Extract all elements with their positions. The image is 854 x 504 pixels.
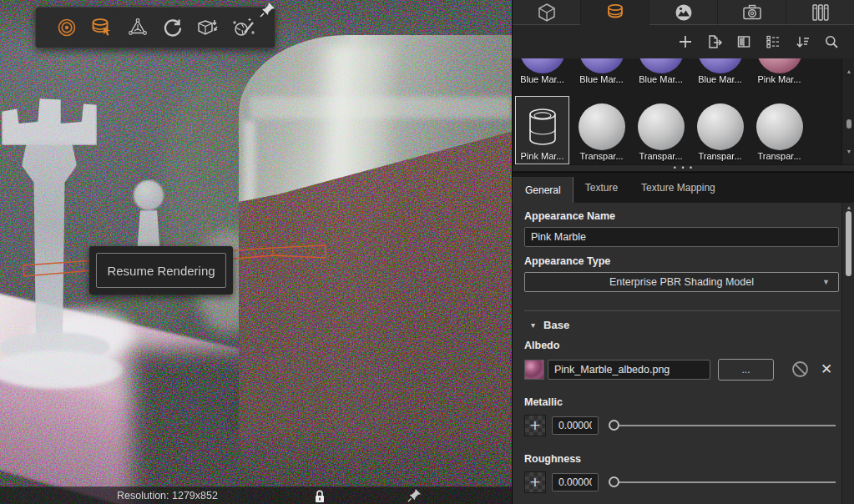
scene-blurred-piece xyxy=(392,46,512,221)
slider-handle[interactable] xyxy=(609,420,619,431)
roughness-value-input[interactable] xyxy=(552,473,599,491)
scene-marble-tray-top xyxy=(0,288,244,431)
scene-dark-floor xyxy=(132,349,291,504)
scroll-up-icon[interactable]: ▲ xyxy=(842,68,854,74)
sort-icon[interactable] xyxy=(794,33,811,50)
slider-track xyxy=(615,425,836,426)
library-scrollbar[interactable]: ▲ ▼ xyxy=(841,58,854,164)
material-tile[interactable]: Transpar... xyxy=(631,95,690,164)
material-tile[interactable]: Transpar... xyxy=(690,95,750,164)
appearance-type-dropdown[interactable]: Enterprise PBR Shading Model ▼ xyxy=(524,272,839,292)
panel-splitter-handle[interactable]: • • • xyxy=(513,164,854,172)
material-tile[interactable]: Blue Mar... xyxy=(513,58,572,87)
roughness-row: + xyxy=(524,471,843,494)
material-label: Transpar... xyxy=(639,150,682,162)
disable-texture-icon[interactable] xyxy=(791,360,809,378)
material-tile[interactable]: Transpar... xyxy=(750,95,809,164)
material-label: Blue Mar... xyxy=(639,73,683,85)
move-tool-icon[interactable] xyxy=(125,15,150,40)
metallic-value-input[interactable] xyxy=(552,416,599,435)
albedo-row: ... ✕ xyxy=(524,358,843,381)
paint-bucket-icon xyxy=(604,2,626,23)
appearance-name-input[interactable] xyxy=(524,227,839,247)
albedo-texture-thumbnail[interactable] xyxy=(524,360,544,380)
scene-marble-tray-front xyxy=(0,357,265,504)
paint-apply-tool-icon[interactable] xyxy=(89,15,114,40)
environment-image-icon xyxy=(673,2,695,23)
scene-glass-pawn xyxy=(134,180,164,210)
statusbar-pin-icon[interactable] xyxy=(407,488,422,502)
tab-cameras[interactable] xyxy=(718,0,786,25)
viewport-status-bar: Resolution: 1279x852 xyxy=(0,486,512,504)
search-icon[interactable] xyxy=(823,33,840,50)
material-tile-selected[interactable]: Pink Mar... xyxy=(515,96,569,164)
resume-rendering-label: Resume Rendering xyxy=(96,253,226,288)
tab-appearances[interactable] xyxy=(581,0,649,25)
appearance-panel: Blue Mar... Blue Mar... Blue Mar... Blue… xyxy=(512,0,854,504)
tab-libraries[interactable] xyxy=(786,0,854,25)
tab-general[interactable]: General xyxy=(513,177,574,203)
material-sphere-preview xyxy=(639,58,684,73)
panel-tab-bar xyxy=(513,0,854,25)
rotate-tool-icon[interactable] xyxy=(160,15,185,40)
add-appearance-icon[interactable] xyxy=(677,33,694,50)
browse-texture-button[interactable]: ... xyxy=(718,359,774,381)
properties-scrollbar[interactable]: ▲ xyxy=(841,203,854,504)
metallic-slider[interactable] xyxy=(609,415,836,436)
scene-glass-rook-battlement xyxy=(2,93,97,145)
resume-rendering-button[interactable]: Resume Rendering xyxy=(89,246,233,295)
scene-glass-rook-base xyxy=(0,332,110,362)
roughness-slider[interactable] xyxy=(609,471,836,493)
library-toolbar xyxy=(513,25,854,58)
add-metallic-texture-button[interactable]: + xyxy=(524,415,546,436)
albedo-label: Albedo xyxy=(524,340,559,351)
material-tile[interactable]: Pink Mar... xyxy=(750,58,809,87)
split-view-icon[interactable] xyxy=(735,33,752,50)
material-sphere-preview xyxy=(697,103,744,150)
tab-models[interactable] xyxy=(513,0,581,25)
material-label: Pink Mar... xyxy=(758,73,801,85)
palette-pin-icon[interactable] xyxy=(260,2,275,18)
tab-texture-mapping[interactable]: Texture Mapping xyxy=(629,173,727,203)
object-tool-icon[interactable] xyxy=(195,15,220,40)
appearance-properties: Appearance Name Appearance Type Enterpri… xyxy=(513,203,854,504)
lock-icon[interactable] xyxy=(314,490,326,503)
scroll-thumb[interactable] xyxy=(846,119,851,129)
albedo-file-input[interactable] xyxy=(548,360,710,380)
appearance-name-label: Appearance Name xyxy=(524,210,615,222)
visualize-app-window: Resume Rendering Resolution: 1279x852 xyxy=(0,0,854,504)
scene-glass-edge xyxy=(244,121,255,492)
chevron-down-icon: ▼ xyxy=(822,278,830,286)
material-row-main: Pink Mar... Transpar... Transpar... Tran… xyxy=(513,95,809,164)
property-tab-bar: General Texture Texture Mapping xyxy=(513,172,854,203)
target-tool-icon[interactable] xyxy=(54,15,79,40)
material-label: Transpar... xyxy=(579,150,623,162)
material-tile[interactable]: Blue Mar... xyxy=(690,58,750,87)
scroll-down-icon[interactable]: ▼ xyxy=(842,149,854,154)
render-tool-icon[interactable] xyxy=(231,15,256,40)
scene-background xyxy=(0,0,512,504)
base-section-header[interactable]: ▾ Base xyxy=(531,319,569,331)
scene-glass-highlight xyxy=(316,46,399,488)
details-view-icon[interactable] xyxy=(765,33,781,50)
scroll-up-icon[interactable]: ▲ xyxy=(842,204,854,210)
scene-glass-rim xyxy=(250,97,512,118)
add-roughness-texture-button[interactable]: + xyxy=(524,471,546,493)
material-label: Blue Mar... xyxy=(698,73,742,85)
scene-glass-rook-body xyxy=(22,140,77,350)
material-label: Transpar... xyxy=(757,150,801,162)
section-divider xyxy=(524,310,840,311)
material-sphere-preview xyxy=(579,103,625,150)
render-viewport[interactable]: Resume Rendering Resolution: 1279x852 xyxy=(0,0,512,504)
clear-texture-icon[interactable]: ✕ xyxy=(821,359,832,380)
tab-environments[interactable] xyxy=(649,0,718,25)
scroll-thumb[interactable] xyxy=(846,211,851,276)
metallic-label: Metallic xyxy=(524,396,563,408)
tab-texture[interactable]: Texture xyxy=(574,173,629,203)
material-tile[interactable]: Transpar... xyxy=(572,95,631,164)
material-tile[interactable]: Blue Mar... xyxy=(631,58,690,87)
material-tile[interactable]: Blue Mar... xyxy=(572,58,631,87)
import-icon[interactable] xyxy=(706,33,723,50)
material-sphere-preview xyxy=(579,58,624,73)
slider-handle[interactable] xyxy=(609,476,619,487)
